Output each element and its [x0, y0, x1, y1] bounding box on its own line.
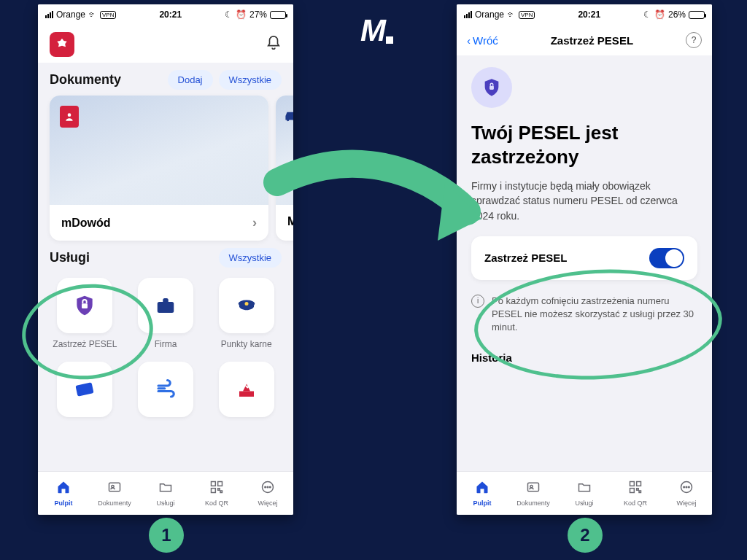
- svg-point-15: [267, 486, 268, 488]
- switch-knob: [665, 249, 683, 267]
- clock: 20:21: [578, 9, 600, 20]
- services-grid-row2: [38, 357, 293, 417]
- chevron-right-icon: ›: [252, 215, 257, 230]
- svg-point-14: [265, 486, 266, 488]
- tab-uslugi[interactable]: Usługi: [140, 472, 191, 515]
- id-card-icon: [60, 106, 79, 128]
- status-description: Firmy i instytucje będą miały obowiązek …: [471, 179, 697, 223]
- carrier-label: Orange: [56, 9, 85, 20]
- battery-icon: [689, 11, 705, 19]
- svg-rect-17: [489, 86, 494, 90]
- dnd-moon-icon: ☾: [225, 9, 233, 20]
- tab-kod-qr[interactable]: Kod QR: [610, 472, 661, 515]
- more-icon: [260, 480, 275, 498]
- status-heading: Twój PESEL jest zastrzeżony: [471, 121, 697, 168]
- chevron-left-icon: ‹: [467, 34, 471, 47]
- info-icon: i: [471, 295, 484, 308]
- shield-lock-icon: [471, 67, 512, 108]
- service-zastrzez-pesel[interactable]: Zastrzeż PESEL: [50, 278, 120, 350]
- qr-icon: [209, 480, 224, 498]
- service-firma[interactable]: Firma: [131, 278, 201, 350]
- wind-icon: [155, 378, 177, 400]
- svg-rect-18: [528, 483, 539, 491]
- all-services-button[interactable]: Wszystkie: [219, 248, 282, 268]
- service-tile-4[interactable]: [50, 362, 120, 417]
- status-bar: Orange ᯤ VPN 20:21 ☾ ⏰ 27%: [38, 4, 293, 25]
- dnd-moon-icon: ☾: [643, 9, 651, 20]
- toggle-label: Zastrzeż PESEL: [484, 252, 567, 264]
- wifi-icon: ᯤ: [88, 9, 97, 20]
- shield-lock-icon: [73, 294, 96, 317]
- tab-wiecej[interactable]: Więcej: [661, 472, 712, 515]
- tab-kod-qr[interactable]: Kod QR: [191, 472, 242, 515]
- app-emblem-icon[interactable]: [50, 32, 74, 57]
- car-icon: [282, 106, 293, 129]
- home-icon: [56, 480, 71, 498]
- svg-point-26: [689, 486, 690, 488]
- app-header: [38, 25, 293, 63]
- services-grid: Zastrzeż PESEL Firma Punkty karne: [38, 273, 293, 350]
- help-button[interactable]: ?: [686, 32, 702, 48]
- tab-pulpit[interactable]: Pulpit: [457, 472, 508, 515]
- svg-point-0: [68, 113, 71, 117]
- document-card-mdowod[interactable]: mDowód ›: [50, 96, 268, 241]
- add-document-button[interactable]: Dodaj: [168, 70, 213, 90]
- services-title: Usługi: [50, 250, 90, 265]
- svg-point-25: [686, 486, 687, 488]
- alarm-icon: ⏰: [654, 9, 665, 20]
- svg-point-24: [684, 486, 685, 488]
- ballot-icon: [236, 378, 258, 400]
- clock: 20:21: [159, 9, 182, 20]
- service-tile-6[interactable]: [211, 362, 282, 417]
- card-icon: [74, 378, 96, 400]
- services-header: Usługi Wszystkie: [38, 241, 293, 273]
- battery-percent: 26%: [668, 9, 686, 20]
- svg-point-16: [270, 486, 271, 488]
- signal-icon: [45, 11, 53, 18]
- svg-rect-12: [212, 489, 216, 493]
- document-name-peek: Moje: [287, 215, 293, 228]
- briefcase-icon: [155, 295, 177, 316]
- vpn-badge: VPN: [100, 11, 116, 19]
- documents-carousel[interactable]: mDowód › Moje: [38, 96, 293, 241]
- alarm-icon: ⏰: [236, 9, 247, 20]
- step-badge-2: 2: [568, 518, 603, 553]
- tab-dokumenty[interactable]: Dokumenty: [508, 472, 559, 515]
- svg-rect-8: [109, 483, 120, 491]
- svg-rect-20: [630, 482, 635, 486]
- tab-dokumenty[interactable]: Dokumenty: [89, 472, 140, 515]
- qr-icon: [628, 480, 643, 498]
- svg-point-6: [244, 302, 248, 306]
- signal-icon: [464, 11, 472, 18]
- battery-icon: [270, 11, 286, 19]
- folder-icon: [158, 480, 173, 498]
- battery-percent: 27%: [249, 9, 267, 20]
- tab-wiecej[interactable]: Więcej: [242, 472, 293, 515]
- back-button[interactable]: ‹ Wróć: [467, 34, 498, 47]
- status-bar: Orange ᯤ VPN 20:21 ☾ ⏰ 26%: [457, 4, 712, 25]
- tab-bar: Pulpit Dokumenty Usługi Kod QR Więcej: [38, 471, 293, 515]
- phone-screen-2: Orange ᯤ VPN 20:21 ☾ ⏰ 26% ‹ Wróć Zastrz…: [457, 4, 712, 515]
- document-name: mDowód: [61, 217, 111, 230]
- svg-rect-21: [637, 482, 641, 486]
- svg-rect-4: [158, 302, 174, 313]
- carrier-label: Orange: [475, 9, 504, 20]
- svg-point-1: [287, 119, 289, 121]
- all-documents-button[interactable]: Wszystkie: [219, 70, 282, 90]
- wifi-icon: ᯤ: [507, 9, 516, 20]
- folder-icon: [577, 480, 592, 498]
- info-note: i Po każdym cofnięciu zastrzeżenia numer…: [471, 295, 697, 335]
- id-icon: [526, 480, 541, 498]
- id-icon: [107, 480, 122, 498]
- page-title: Zastrzeż PESEL: [551, 34, 633, 47]
- document-card-next[interactable]: Moje: [276, 96, 293, 241]
- svg-rect-22: [630, 489, 635, 493]
- tab-uslugi[interactable]: Usługi: [559, 472, 610, 515]
- svg-point-19: [530, 486, 533, 488]
- service-punkty-karne[interactable]: Punkty karne: [211, 278, 282, 350]
- service-tile-5[interactable]: [131, 362, 201, 417]
- svg-rect-7: [76, 382, 94, 396]
- notifications-button[interactable]: [266, 35, 282, 55]
- tab-pulpit[interactable]: Pulpit: [38, 472, 89, 515]
- pesel-toggle[interactable]: [649, 248, 684, 268]
